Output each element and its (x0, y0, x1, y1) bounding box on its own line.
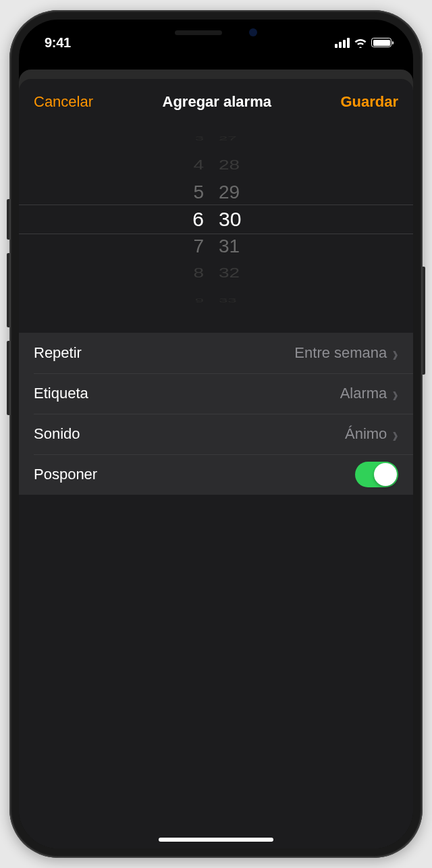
picker-hour-item[interactable]: 9 (195, 295, 204, 306)
snooze-row: Posponer (19, 454, 413, 495)
status-time: 9:41 (45, 35, 71, 51)
picker-hour-item[interactable]: 3 (195, 133, 204, 144)
wifi-icon (354, 38, 367, 48)
picker-min-item[interactable]: 27 (219, 133, 237, 144)
save-button[interactable]: Guardar (340, 93, 398, 111)
iphone-frame: 9:41 Cancelar Agregar alarma Guardar (9, 10, 423, 858)
picker-hour-item[interactable]: 4 (193, 156, 204, 175)
picker-min-selected[interactable]: 30 (219, 206, 241, 233)
chevron-right-icon: › (392, 421, 398, 447)
sound-row[interactable]: Sonido Ánimo › (19, 414, 413, 454)
time-picker[interactable]: 3 4 5 6 7 8 9 27 28 29 30 31 32 33 (19, 125, 413, 314)
hour-picker[interactable]: 3 4 5 6 7 8 9 (162, 125, 216, 314)
repeat-row[interactable]: Repetir Entre semana › (19, 333, 413, 373)
alarm-settings-list: Repetir Entre semana › Etiqueta Alarma ›… (19, 333, 413, 495)
picker-min-item[interactable]: 32 (219, 264, 240, 283)
picker-hour-item[interactable]: 7 (193, 233, 204, 260)
picker-min-item[interactable]: 28 (219, 156, 240, 175)
picker-min-item[interactable]: 33 (219, 295, 237, 306)
home-indicator[interactable] (159, 838, 273, 842)
sound-label: Sonido (34, 425, 80, 443)
picker-min-item[interactable]: 31 (219, 233, 240, 260)
chevron-right-icon: › (392, 380, 398, 407)
sound-value: Ánimo (345, 425, 387, 443)
snooze-label: Posponer (34, 466, 97, 483)
notch (128, 20, 304, 45)
picker-hour-selected[interactable]: 6 (192, 206, 204, 233)
page-title: Agregar alarma (163, 93, 271, 111)
chevron-right-icon: › (392, 340, 398, 367)
picker-hour-item[interactable]: 5 (193, 179, 204, 206)
picker-hour-item[interactable]: 8 (193, 264, 204, 283)
cellular-signal-icon (335, 38, 350, 48)
picker-min-item[interactable]: 29 (219, 179, 240, 206)
cancel-button[interactable]: Cancelar (34, 93, 93, 111)
snooze-toggle[interactable] (355, 462, 398, 487)
label-row[interactable]: Etiqueta Alarma › (19, 373, 413, 414)
nav-bar: Cancelar Agregar alarma Guardar (19, 79, 413, 125)
add-alarm-modal: Cancelar Agregar alarma Guardar 3 4 5 6 … (19, 79, 413, 848)
screen: 9:41 Cancelar Agregar alarma Guardar (19, 20, 413, 848)
status-icons (335, 38, 392, 48)
minute-picker[interactable]: 27 28 29 30 31 32 33 (216, 125, 270, 314)
label-label: Etiqueta (34, 385, 88, 402)
repeat-label: Repetir (34, 344, 82, 362)
repeat-value: Entre semana (294, 344, 387, 362)
battery-icon (371, 38, 392, 47)
label-value: Alarma (340, 385, 387, 402)
